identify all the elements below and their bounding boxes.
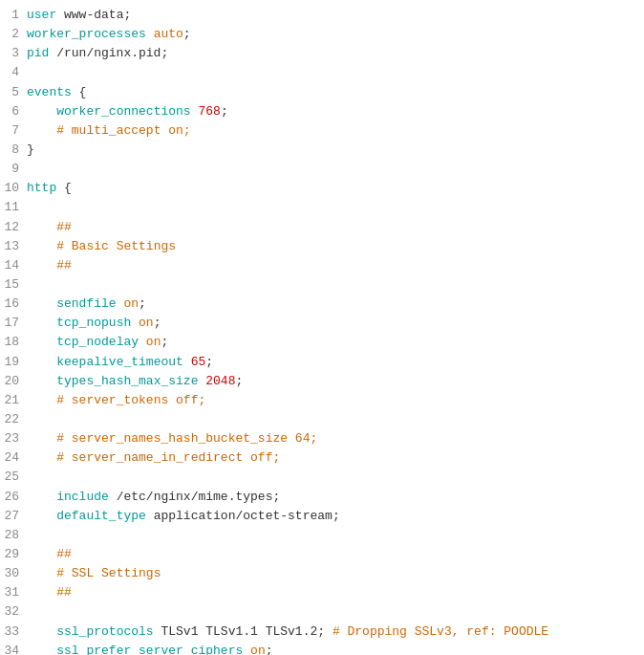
line-number: 26 [0,488,27,507]
table-row: 8} [0,141,644,160]
line-number: 24 [0,448,27,468]
code-content: http { [27,179,644,198]
table-row: 31 ## [0,583,644,602]
table-row: 1user www-data; [0,6,644,25]
code-content: worker_connections 768; [27,102,644,121]
table-row: 16 sendfile on; [0,295,644,314]
table-row: 33 ssl_protocols TLSv1 TLSv1.1 TLSv1.2; … [0,622,644,642]
line-number: 18 [0,333,27,352]
line-number: 20 [0,372,27,391]
code-content: pid /run/nginx.pid; [27,44,644,63]
code-content: ## [27,218,644,237]
line-number: 21 [0,391,27,410]
table-row: 3pid /run/nginx.pid; [0,44,644,63]
table-row: 28 [0,526,644,545]
line-number: 13 [0,237,27,256]
table-row: 26 include /etc/nginx/mime.types; [0,488,644,507]
line-number: 17 [0,314,27,333]
code-content: tcp_nopush on; [27,314,644,333]
code-block: 1user www-data;2worker_processes auto;3p… [0,0,644,655]
table-row: 29 ## [0,545,644,564]
code-content [27,602,644,622]
line-number: 1 [0,6,27,25]
code-content: # server_tokens off; [27,391,644,410]
line-number: 29 [0,545,27,564]
code-content [27,198,644,217]
line-number: 22 [0,410,27,429]
table-row: 23 # server_names_hash_bucket_size 64; [0,429,644,448]
table-row: 9 [0,160,644,179]
line-number: 4 [0,63,27,82]
line-number: 5 [0,83,27,102]
line-number: 8 [0,141,27,160]
code-content: } [27,141,644,160]
line-number: 14 [0,256,27,275]
line-number: 25 [0,468,27,487]
code-content: # multi_accept on; [27,121,644,141]
line-number: 12 [0,218,27,237]
code-content: include /etc/nginx/mime.types; [27,488,644,507]
table-row: 15 [0,275,644,295]
table-row: 21 # server_tokens off; [0,391,644,410]
table-row: 13 # Basic Settings [0,237,644,256]
table-row: 18 tcp_nodelay on; [0,333,644,352]
code-content: events { [27,83,644,102]
code-content: ## [27,545,644,564]
table-row: 10http { [0,179,644,198]
line-number: 23 [0,429,27,448]
table-row: 7 # multi_accept on; [0,121,644,141]
code-content: # Basic Settings [27,237,644,256]
code-content: tcp_nodelay on; [27,333,644,352]
line-number: 3 [0,44,27,63]
code-content: ## [27,583,644,602]
line-number: 15 [0,275,27,295]
line-number: 7 [0,121,27,141]
table-row: 5events { [0,83,644,102]
code-content [27,275,644,295]
table-row: 2worker_processes auto; [0,25,644,44]
code-content: # SSL Settings [27,564,644,583]
table-row: 17 tcp_nopush on; [0,314,644,333]
code-content: keepalive_timeout 65; [27,353,644,372]
code-content: sendfile on; [27,295,644,314]
code-content [27,410,644,429]
code-content: types_hash_max_size 2048; [27,372,644,391]
code-content [27,160,644,179]
code-content: worker_processes auto; [27,25,644,44]
table-row: 22 [0,410,644,429]
code-content [27,63,644,82]
table-row: 4 [0,63,644,82]
line-number: 27 [0,507,27,526]
line-number: 28 [0,526,27,545]
table-row: 14 ## [0,256,644,275]
line-number: 10 [0,179,27,198]
table-row: 24 # server_name_in_redirect off; [0,448,644,468]
line-number: 32 [0,602,27,622]
code-content: ## [27,256,644,275]
line-number: 2 [0,25,27,44]
line-number: 19 [0,353,27,372]
line-number: 6 [0,102,27,121]
code-content: user www-data; [27,6,644,25]
code-content: # server_names_hash_bucket_size 64; [27,429,644,448]
code-content: # server_name_in_redirect off; [27,448,644,468]
table-row: 27 default_type application/octet-stream… [0,507,644,526]
code-content: ssl_prefer_server_ciphers on; [27,642,644,655]
table-row: 6 worker_connections 768; [0,102,644,121]
line-number: 30 [0,564,27,583]
table-row: 34 ssl_prefer_server_ciphers on; [0,642,644,655]
table-row: 19 keepalive_timeout 65; [0,353,644,372]
line-number: 33 [0,622,27,642]
table-row: 20 types_hash_max_size 2048; [0,372,644,391]
table-row: 30 # SSL Settings [0,564,644,583]
code-content: default_type application/octet-stream; [27,507,644,526]
code-content: ssl_protocols TLSv1 TLSv1.1 TLSv1.2; # D… [27,622,644,642]
code-content [27,526,644,545]
line-number: 11 [0,198,27,217]
line-number: 9 [0,160,27,179]
table-row: 25 [0,468,644,487]
line-number: 16 [0,295,27,314]
code-content [27,468,644,487]
table-row: 32 [0,602,644,622]
line-number: 31 [0,583,27,602]
